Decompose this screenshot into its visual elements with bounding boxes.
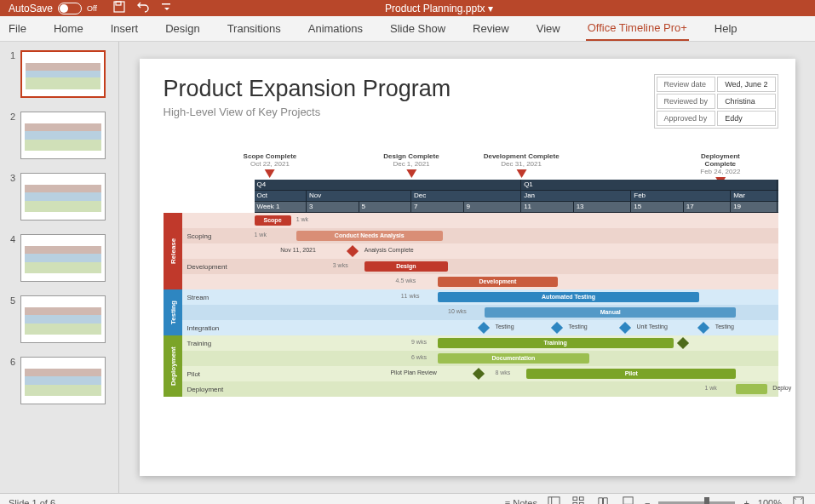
task-text: Deploy (772, 385, 791, 391)
task-text: Testing (495, 324, 514, 329)
notes-button[interactable]: ≡ Notes (505, 498, 537, 505)
task-bar: Documentation (438, 353, 589, 364)
milestone-diamond (697, 322, 709, 334)
slide-thumbnail-2[interactable] (20, 112, 106, 159)
timescale-cell: Q1 (521, 180, 778, 190)
task-text: Nov 11, 2021 (280, 247, 316, 253)
meta-key: Reviewed by (657, 94, 716, 109)
lane-row: Nov 11, 2021Analysis Complete (182, 243, 778, 259)
reading-view-icon[interactable] (595, 494, 611, 504)
tab-transitions[interactable]: Transitions (226, 17, 283, 40)
lane-label: Deployment (164, 335, 182, 397)
milestone-diamond (551, 322, 563, 334)
task-text: Analysis Complete (364, 247, 414, 253)
svg-rect-2 (162, 3, 170, 5)
timescale-quarters: Q4Q1 (255, 180, 778, 191)
tab-slide-show[interactable]: Slide Show (388, 17, 447, 40)
duration-label: 4.5 wks (396, 278, 416, 284)
lane-release: ReleaseScope1 wkScoping1 wkConduct Needs… (164, 213, 778, 289)
slide-thumbnail-4[interactable] (20, 234, 106, 282)
customize-qat-icon[interactable] (160, 0, 174, 16)
row-label: Pilot (182, 370, 255, 378)
meta-key: Approved by (657, 111, 716, 126)
duration-label: 8 wks (495, 369, 510, 375)
zoom-out-button[interactable]: − (645, 498, 650, 505)
timescale-cell: Feb (631, 191, 731, 201)
svg-rect-9 (623, 497, 633, 504)
fit-to-window-icon[interactable] (790, 494, 806, 504)
undo-icon[interactable] (136, 0, 150, 16)
timescale-cell: Dec (411, 191, 521, 201)
task-text: Testing (715, 324, 734, 329)
autosave-toggle[interactable]: AutoSave Off (9, 3, 97, 14)
lane-row: IntegrationTestingTestingUnit TestingTes… (182, 320, 778, 335)
svg-rect-5 (573, 497, 577, 501)
slide-canvas-wrap: Product Expansion Program High-Level Vie… (119, 42, 815, 493)
meta-table: Review dateWed, June 2Reviewed byChristi… (654, 74, 778, 129)
slide-thumbnail-1[interactable] (20, 50, 106, 98)
tab-view[interactable]: View (535, 17, 562, 40)
slide-canvas[interactable]: Product Expansion Program High-Level Vie… (140, 59, 795, 476)
slide-thumbnails: 123456 (0, 42, 119, 493)
document-title: Product Planning.pptx ▾ (174, 3, 704, 14)
lane-row: Scoping1 wkConduct Needs Analysis (182, 228, 778, 243)
timescale-cell: 19 (731, 202, 778, 212)
timescale-cell: 3 (307, 202, 359, 212)
task-bar: Training (438, 338, 674, 348)
tab-design[interactable]: Design (164, 17, 201, 40)
timescale-cell: 15 (631, 202, 684, 212)
svg-rect-6 (579, 497, 583, 501)
thumb-number: 1 (5, 50, 15, 98)
duration-label: 1 wk (704, 385, 716, 391)
tab-review[interactable]: Review (471, 17, 511, 40)
toggle-icon (58, 3, 82, 14)
tab-office-timeline-pro-[interactable]: Office Timeline Pro+ (586, 16, 689, 41)
slide-thumbnail-3[interactable] (20, 173, 106, 220)
timescale-cell: Q4 (255, 180, 522, 190)
thumb-number: 6 (5, 357, 15, 404)
tab-animations[interactable]: Animations (307, 17, 364, 40)
slide-thumbnail-6[interactable] (20, 357, 106, 404)
slide-subtitle: High-Level View of Key Projects (164, 106, 321, 118)
timescale-cell: 17 (684, 202, 731, 212)
autosave-label: AutoSave (9, 3, 53, 14)
task-bar: Manual (485, 307, 736, 318)
timescale-cell: Mar (731, 191, 778, 201)
task-text: Pilot Plan Review (390, 369, 436, 375)
zoom-in-button[interactable]: + (743, 498, 749, 505)
tab-home[interactable]: Home (52, 17, 85, 40)
row-label: Development (182, 263, 255, 271)
slideshow-view-icon[interactable] (620, 494, 636, 504)
timescale-cell: Jan (521, 191, 631, 201)
duration-label: 11 wks (401, 293, 420, 299)
tab-insert[interactable]: Insert (109, 17, 141, 40)
milestone-marker: Design CompleteDec 1, 2021 (383, 152, 439, 178)
slide-thumbnail-5[interactable] (20, 295, 106, 343)
task-bar: Design (364, 261, 448, 272)
tab-help[interactable]: Help (713, 17, 739, 40)
duration-label: 1 wk (296, 216, 308, 222)
thumb-number: 5 (5, 295, 15, 343)
row-label: Training (182, 340, 255, 347)
meta-key: Review date (657, 77, 716, 92)
duration-label: 9 wks (411, 339, 427, 345)
row-label: Stream (182, 294, 255, 301)
timescale-cell: 11 (521, 202, 574, 212)
timescale-cell: Oct (255, 191, 307, 201)
normal-view-icon[interactable] (546, 494, 562, 504)
sorter-view-icon[interactable] (571, 494, 587, 504)
meta-value: Christina (717, 94, 775, 109)
task-bar: Pilot (526, 369, 736, 379)
task-text: Unit Testing (636, 324, 667, 329)
lane-row: 6 wksDocumentation (182, 351, 778, 366)
task-bar (736, 384, 767, 394)
row-label: Integration (182, 324, 255, 332)
save-icon[interactable] (112, 0, 126, 16)
task-bar: Scope (255, 215, 291, 226)
timescale-cell: 5 (359, 202, 412, 212)
task-bar: Automated Testing (438, 292, 700, 302)
tab-file[interactable]: File (7, 17, 28, 40)
timescale-cell: Week 1 (255, 202, 307, 212)
lane-row: Scope1 wk (182, 213, 778, 228)
swimlanes: ReleaseScope1 wkScoping1 wkConduct Needs… (164, 213, 778, 459)
